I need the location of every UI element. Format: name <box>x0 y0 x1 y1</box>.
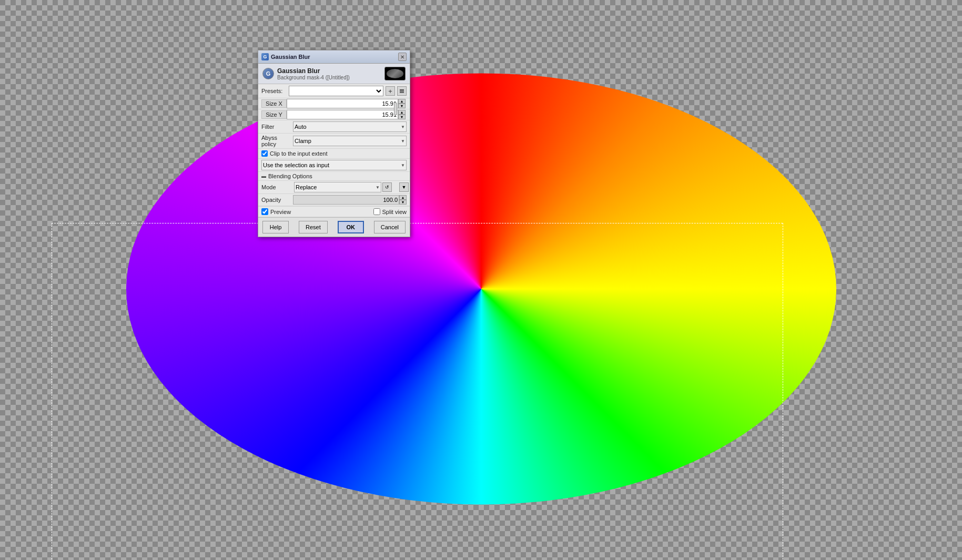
filter-row: Filter Auto ▼ <box>258 120 410 134</box>
opacity-label: Opacity <box>261 197 293 203</box>
svg-rect-1 <box>400 91 404 92</box>
preview-row: Preview Split view <box>258 207 410 217</box>
size-rows-wrapper: Size X ▲ ▼ Size Y ▲ ▼ <box>258 98 410 120</box>
preview-label: Preview <box>270 209 291 215</box>
help-button[interactable]: Help <box>262 221 289 233</box>
size-link-indicator <box>393 99 398 118</box>
selection-line-horizontal <box>52 223 783 223</box>
ok-button[interactable]: OK <box>338 221 364 233</box>
preview-left: Preview <box>261 208 291 215</box>
size-y-spinbox[interactable]: ▲ ▼ <box>398 110 406 119</box>
size-y-input[interactable] <box>287 110 398 119</box>
abyss-select[interactable]: Clamp ▼ <box>293 136 407 146</box>
size-y-spin-down[interactable]: ▼ <box>398 115 406 119</box>
filter-select[interactable]: Auto ▼ <box>293 121 407 132</box>
clip-row: Clip to the input extent <box>258 149 410 159</box>
split-view-label: Split view <box>382 209 407 215</box>
titlebar-left: G Gaussian Blur <box>261 53 310 60</box>
opacity-row: Opacity ▲ ▼ <box>258 194 410 206</box>
opacity-spin-up[interactable]: ▲ <box>399 195 407 200</box>
cancel-button[interactable]: Cancel <box>374 221 406 233</box>
filter-name-area: Gaussian Blur Background mask-4 ([Untitl… <box>277 67 350 80</box>
button-row: Help Reset OK Cancel <box>258 217 410 237</box>
mode-row: Mode Replace ▼ ↺ ▼ <box>258 181 410 194</box>
dialog-title: Gaussian Blur <box>271 54 310 60</box>
dialog-titlebar[interactable]: G Gaussian Blur ✕ <box>258 50 410 64</box>
svg-rect-0 <box>400 89 404 90</box>
size-y-row: Size Y ▲ ▼ <box>258 109 410 120</box>
blending-section: ▬ Blending Options Mode Replace ▼ ↺ ▼ Op… <box>258 172 410 207</box>
abyss-row: Abyss policy Clamp ▼ <box>258 134 410 149</box>
presets-select[interactable] <box>289 86 383 96</box>
mode-icon-button-1[interactable]: ↺ <box>382 182 392 192</box>
size-x-spin-down[interactable]: ▼ <box>398 104 406 108</box>
size-x-label: Size X <box>261 99 287 108</box>
selection-input-row: Use the selection as input ▼ <box>258 159 410 172</box>
mode-label: Mode <box>261 184 293 190</box>
filter-label: Filter <box>261 124 293 130</box>
blending-title: Blending Options <box>268 173 312 179</box>
size-y-spin-up[interactable]: ▲ <box>398 110 406 115</box>
rainbow-ellipse <box>126 73 836 504</box>
clip-label: Clip to the input extent <box>270 150 327 157</box>
dialog-close-button[interactable]: ✕ <box>398 53 407 61</box>
opacity-spin-down[interactable]: ▼ <box>399 200 407 205</box>
abyss-label: Abyss policy <box>261 135 293 147</box>
filter-icon: G <box>262 68 274 79</box>
dialog-app-icon: G <box>261 53 269 60</box>
opacity-input[interactable] <box>293 195 399 205</box>
selection-input-select[interactable]: Use the selection as input ▼ <box>261 160 407 170</box>
blending-collapse-icon: ▬ <box>261 174 266 179</box>
header-left: G Gaussian Blur Background mask-4 ([Unti… <box>262 67 350 80</box>
size-x-spin-up[interactable]: ▲ <box>398 99 406 104</box>
split-view-checkbox[interactable] <box>373 208 380 215</box>
presets-row: Presets: + <box>258 84 410 98</box>
size-x-input[interactable] <box>287 99 398 108</box>
filter-name: Gaussian Blur <box>277 67 350 75</box>
size-x-spinbox[interactable]: ▲ ▼ <box>398 99 406 108</box>
svg-rect-2 <box>400 92 404 93</box>
clip-checkbox[interactable] <box>261 150 268 157</box>
blending-header[interactable]: ▬ Blending Options <box>258 172 410 181</box>
dialog-header: G Gaussian Blur Background mask-4 ([Unti… <box>258 64 410 84</box>
mode-icon-button-2[interactable]: ▼ <box>399 182 409 192</box>
preview-ellipse <box>387 69 403 78</box>
selection-line-right <box>783 223 783 559</box>
filter-sublabel: Background mask-4 ([Untitled]) <box>277 75 350 80</box>
split-view-area: Split view <box>373 208 407 215</box>
preview-checkbox[interactable] <box>261 208 268 215</box>
opacity-spinbox[interactable]: ▲ ▼ <box>399 195 407 205</box>
gaussian-blur-dialog: G Gaussian Blur ✕ G Gaussian Blur Backgr… <box>258 50 410 237</box>
reset-button[interactable]: Reset <box>299 221 328 233</box>
filter-preview-thumbnail <box>384 67 406 80</box>
selection-line-left <box>52 223 52 559</box>
mode-select[interactable]: Replace ▼ <box>294 182 381 192</box>
size-x-row: Size X ▲ ▼ <box>258 98 410 109</box>
preset-add-button[interactable]: + <box>386 86 395 96</box>
size-y-label: Size Y <box>261 110 287 119</box>
preset-menu-button[interactable] <box>397 86 407 96</box>
presets-label: Presets: <box>261 88 287 94</box>
